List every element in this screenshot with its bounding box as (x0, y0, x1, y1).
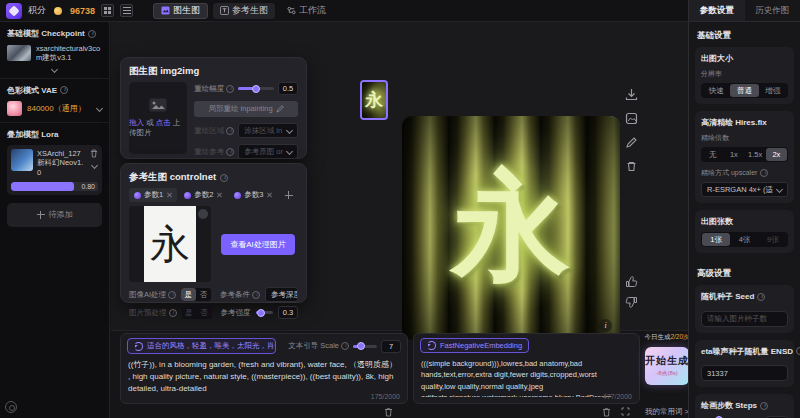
batch-4[interactable]: 4张 (730, 233, 758, 246)
generate-button[interactable]: 开始生成 -8点(8s) (645, 347, 689, 385)
style-suggestion-chip[interactable]: 适合的风格，轻盈，唯美，太阳光，肖像，杰作，最佳质量 (127, 338, 276, 354)
generated-image[interactable]: 永 i (402, 116, 620, 340)
hires-scale-options: 无 1x 1.5x 2x (701, 147, 788, 162)
batch-9[interactable]: 9张 (759, 233, 787, 246)
negative-embedding-chip[interactable]: FastNegativeEmbedding (420, 338, 529, 353)
favorite-prompts-link[interactable]: 我的常用词 > (645, 407, 689, 417)
strength-slider[interactable] (256, 311, 274, 314)
toggle-yes[interactable]: 是 (181, 288, 196, 301)
inpaint-ref-dropdown[interactable]: 参考原图 or (238, 144, 298, 159)
inpaint-area-dropdown[interactable]: 涂抹区域 in (238, 123, 298, 138)
edit-icon[interactable] (625, 136, 638, 149)
add-controlnet-tab[interactable] (280, 189, 298, 201)
app-logo[interactable] (6, 3, 22, 19)
tab-label: 参考生图 (232, 4, 268, 17)
clear-negative-icon[interactable] (602, 407, 611, 417)
checkpoint-model-row[interactable]: xsarchitecturalv3com建筑v3.1 (7, 44, 102, 63)
controlnet-tab-label: 参数2 (194, 190, 213, 200)
hires-scale-label: 精绘倍数 (701, 133, 788, 143)
result-thumbnail[interactable]: 永 (360, 80, 388, 120)
vae-select[interactable]: 840000（通用） (7, 101, 102, 116)
inpainting-button[interactable]: 局部重绘 inpainting (194, 101, 298, 117)
lora-weight-slider[interactable]: 0.80 (11, 182, 98, 191)
checkpoint-section: 基础模型 Checkpoint xsarchitecturalv3com建筑v3… (0, 22, 109, 79)
info-icon (88, 30, 96, 38)
toggle-no[interactable]: 否 (196, 288, 211, 301)
download-icon[interactable] (625, 88, 638, 101)
param-dot-icon (234, 192, 241, 199)
denoise-value[interactable]: 0.5 (278, 82, 298, 95)
strength-label: 参考强度 (221, 308, 251, 318)
controlnet-tab-3[interactable]: 参数3 (229, 188, 277, 202)
inpaint-area-value: 涂抹区域 in (244, 126, 283, 136)
reuse-image-icon[interactable] (625, 112, 638, 125)
chevron-down-icon (776, 186, 783, 193)
help-icon[interactable] (5, 401, 17, 413)
hires-none[interactable]: 无 (702, 148, 723, 161)
ensd-input[interactable] (701, 365, 788, 381)
menu-button[interactable] (120, 4, 133, 17)
seed-input[interactable] (701, 311, 788, 327)
hires-1x[interactable]: 1x (723, 148, 744, 161)
credits-value: 96738 (70, 6, 95, 16)
remove-reference-icon[interactable] (198, 209, 208, 219)
controlnet-title-text: 参考生图 controlnet (129, 171, 216, 184)
batch-1[interactable]: 1张 (702, 233, 730, 246)
refresh-icon (427, 341, 436, 350)
reference-image-box[interactable]: 永 (129, 206, 211, 282)
image-toolbar (625, 88, 638, 173)
close-icon[interactable] (267, 192, 273, 198)
tab-workflow[interactable]: 工作流 (280, 3, 333, 19)
resolution-fast[interactable]: 快速 (702, 84, 730, 97)
info-icon (796, 347, 800, 355)
delete-image-icon[interactable] (625, 160, 638, 173)
upload-dropzone[interactable]: 拖入 或 点击 上传图片 (129, 82, 187, 154)
resolution-label: 分辨率 (701, 69, 788, 79)
chevron-down-icon (286, 127, 293, 134)
hires-1-5x[interactable]: 1.5x (745, 148, 766, 161)
thumbnail-glyph: 永 (362, 82, 386, 118)
chevron-down-icon[interactable] (90, 162, 97, 169)
checkpoint-title: 基础模型 Checkpoint (7, 28, 102, 39)
upscaler-dropdown[interactable]: R-ESRGAN 4x+ (适合多种风 (701, 182, 788, 197)
toggle-yes[interactable]: 是 (182, 306, 197, 319)
view-processed-button[interactable]: 查看AI处理图片 (221, 234, 295, 255)
tab-history[interactable]: 历史作图 (745, 0, 800, 21)
controlnet-tab-1[interactable]: 参数1 (129, 188, 177, 202)
checkpoint-collapse[interactable] (7, 67, 102, 72)
image-info-icon[interactable]: i (599, 319, 612, 332)
negative-char-count: 477/2000 (603, 393, 632, 400)
cfg-scale-slider[interactable] (353, 345, 377, 348)
cfg-scale-value[interactable]: 7 (381, 340, 401, 353)
vae-value: 840000（通用） (27, 103, 92, 114)
controlnet-tab-2[interactable]: 参数2 (179, 188, 227, 202)
vae-title-text: 色彩模式 VAE (7, 85, 57, 96)
resolution-enhanced[interactable]: 增强 (759, 84, 787, 97)
inpaint-ref-label: 重绘参考 (194, 147, 234, 157)
preprocess-toggle[interactable]: 是 否 (182, 306, 212, 319)
positive-prompt-text[interactable]: ((竹子)), in a blooming garden, (fresh and… (121, 354, 407, 394)
strength-value[interactable]: 0.3 (278, 306, 298, 319)
tab-img2img[interactable]: 图生图 (153, 3, 208, 19)
negative-prompt-text[interactable]: (((simple background))),lowres,bad anato… (414, 353, 639, 397)
tab-reference[interactable]: 参考生图 (213, 3, 275, 19)
upscaler-value: R-ESRGAN 4x+ (适合多种风 (707, 185, 773, 195)
denoise-slider[interactable] (238, 87, 274, 90)
clear-positive-icon[interactable] (384, 407, 393, 417)
add-lora-button[interactable]: 待添加 (7, 203, 102, 227)
expand-icon[interactable] (621, 407, 630, 416)
thumbs-up-icon[interactable] (625, 276, 638, 288)
thumbs-down-icon[interactable] (625, 296, 638, 308)
close-icon[interactable] (166, 192, 172, 198)
size-card: 出图大小 分辨率 快速 普通 增强 (695, 47, 794, 104)
lora-card[interactable]: XSArchi_127新科幻Neov1.0 0.80 (7, 145, 102, 195)
hires-2x[interactable]: 2x (766, 148, 787, 161)
grid-view-button[interactable] (101, 4, 114, 17)
close-icon[interactable] (216, 192, 222, 198)
delete-lora-icon[interactable] (90, 149, 98, 158)
condition-dropdown[interactable]: 参考深度 dept (265, 287, 298, 302)
toggle-no[interactable]: 否 (197, 306, 212, 319)
ai-process-toggle[interactable]: 是 否 (181, 288, 211, 301)
tab-parameters[interactable]: 参数设置 (689, 0, 745, 21)
resolution-normal[interactable]: 普通 (730, 84, 758, 97)
